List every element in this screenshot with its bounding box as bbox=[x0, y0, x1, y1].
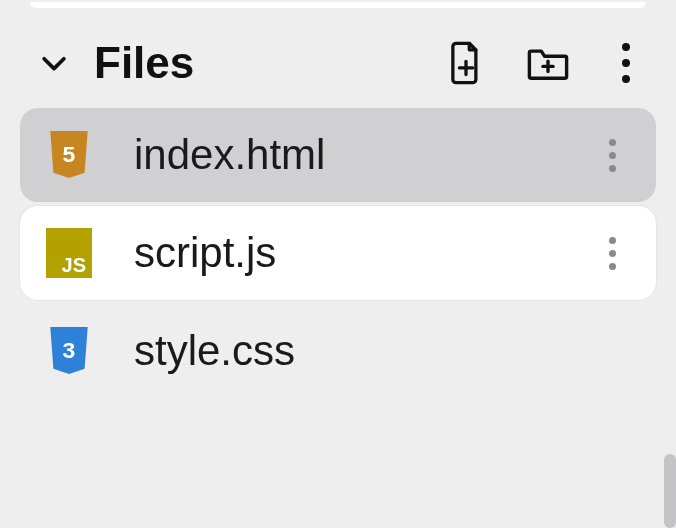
new-folder-button[interactable] bbox=[526, 41, 570, 85]
file-row[interactable]: JS script.js bbox=[20, 206, 656, 300]
js-icon: JS bbox=[46, 228, 92, 278]
file-row[interactable]: 3 style.css bbox=[20, 304, 656, 398]
files-header: Files bbox=[20, 38, 656, 104]
file-name: style.css bbox=[134, 327, 630, 375]
file-name: script.js bbox=[134, 229, 552, 277]
files-panel: Files bbox=[0, 0, 676, 422]
more-menu-button[interactable] bbox=[608, 43, 644, 83]
svg-text:5: 5 bbox=[63, 141, 76, 167]
file-name: index.html bbox=[134, 131, 552, 179]
header-actions bbox=[444, 41, 644, 85]
vertical-scrollbar[interactable] bbox=[664, 454, 676, 528]
chevron-down-icon[interactable] bbox=[32, 41, 76, 85]
svg-text:JS: JS bbox=[62, 254, 86, 276]
file-row[interactable]: 5 index.html bbox=[20, 108, 656, 202]
files-title: Files bbox=[94, 38, 426, 88]
css3-icon: 3 bbox=[46, 326, 92, 376]
file-more-button[interactable] bbox=[594, 237, 630, 270]
svg-text:3: 3 bbox=[63, 337, 76, 363]
html5-icon: 5 bbox=[46, 130, 92, 180]
new-file-button[interactable] bbox=[444, 41, 488, 85]
preview-pane-edge bbox=[30, 2, 646, 8]
file-more-button[interactable] bbox=[594, 139, 630, 172]
